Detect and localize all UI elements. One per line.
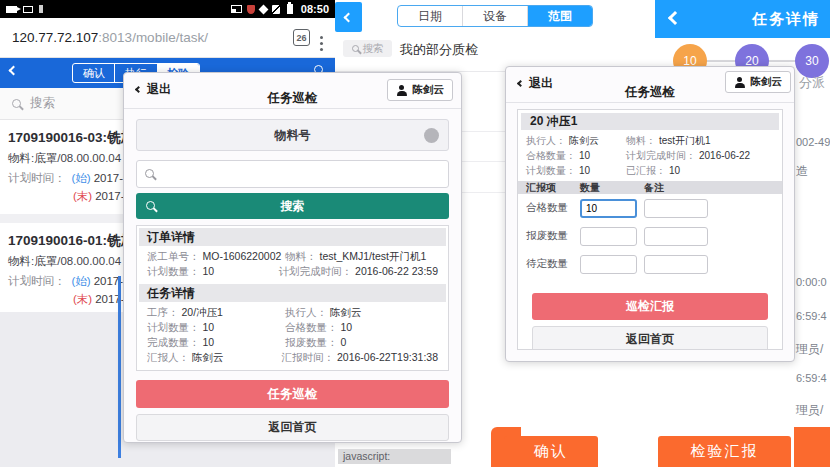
back-button[interactable] <box>335 2 362 32</box>
task-row: 工序：20/冲压1 执行人：陈剑云 <box>137 305 448 320</box>
screenshot-icon <box>23 6 33 13</box>
android-status-bar: 08:50 <box>0 0 335 18</box>
task-inspection-button[interactable]: 任务巡检 <box>136 380 449 408</box>
end-tag: (末) <box>73 293 92 305</box>
task-row: 计划数量：10 合格数量：10 <box>137 320 448 335</box>
search-placeholder: 搜索 <box>30 95 55 112</box>
report-panel: 20 冲压1 执行人：陈剑云 物料：test开门机1 合格数量：10 计划完成时… <box>517 109 783 350</box>
browser-url-bar[interactable]: 120.77.72.107:8013/mobile/task/ 26 <box>0 18 335 58</box>
clipped-text: 造 <box>796 163 808 180</box>
scrap-note-input[interactable] <box>644 227 708 246</box>
link-status-tooltip: javascript: <box>338 449 451 464</box>
pending-qty-input[interactable] <box>580 255 637 274</box>
tab-count-button[interactable]: 26 <box>293 29 310 46</box>
segment-range[interactable]: 范围 <box>528 6 592 26</box>
status-right-icons: 08:50 <box>231 3 329 15</box>
search-icon <box>352 45 359 52</box>
qualified-qty-input[interactable] <box>580 199 637 218</box>
order-details-title: 订单详情 <box>139 228 446 246</box>
segment-date[interactable]: 日期 <box>398 6 463 26</box>
person-icon <box>396 85 408 96</box>
usb-icon <box>39 5 43 13</box>
report-row-pending: 待定数量 <box>518 250 782 278</box>
search-icon <box>145 169 154 178</box>
pending-note-input[interactable] <box>644 255 708 274</box>
inspection-report-button[interactable]: 检验汇报 <box>658 436 791 467</box>
search-icon <box>12 99 21 108</box>
order-row: 计划数量：10 计划完成时间：2016-06-22 23:59 <box>137 264 448 279</box>
dialog-body: 物料号 搜索 订单详情 派工单号：MO-1606220002 物料：test_K… <box>124 109 461 441</box>
report-table-header: 汇报项 数量 备注 <box>518 181 782 194</box>
clipped-footer-button[interactable] <box>794 427 830 467</box>
clipped-text: 0:00:0 <box>796 276 827 288</box>
task-row: 完成数量：10 报废数量：0 <box>137 335 448 350</box>
inspection-report-dialog: 退出 任务巡检 陈剑云 20 冲压1 执行人：陈剑云 物料：test开门机1 合… <box>505 66 795 362</box>
task-details-title: 任务详情 <box>139 284 446 302</box>
report-row-scrap: 报废数量 <box>518 222 782 250</box>
screen-edge-line <box>118 276 121 458</box>
operation-title: 20 冲压1 <box>521 113 779 130</box>
current-filter-label: 我的部分质检 <box>400 41 478 59</box>
clipped-text: 002-49 <box>796 136 830 148</box>
current-user-button[interactable]: 陈剑云 <box>387 79 454 101</box>
search-icon <box>146 201 155 210</box>
clipped-text: 6:59:4 <box>796 372 827 384</box>
task-row: 汇报人：陈剑云 汇报时间：2016-06-22T19:31:38 <box>137 350 448 365</box>
start-tag: (始) <box>72 172 91 184</box>
start-tag: (始) <box>72 275 91 287</box>
back-icon[interactable] <box>9 66 19 76</box>
clipped-text: 理员/ <box>796 402 823 419</box>
status-dot-icon <box>424 128 439 143</box>
no-sim-icon <box>272 5 280 14</box>
filter-segment-control: 日期 设备 范围 <box>397 5 593 27</box>
current-user-button[interactable]: 陈剑云 <box>725 71 792 93</box>
step-circle-30: 30 <box>795 44 829 78</box>
dialog-header: 退出 任务巡检 陈剑云 <box>124 73 461 109</box>
details-panel: 订单详情 派工单号：MO-1606220002 物料：test_KMJ1/tes… <box>136 225 449 371</box>
url-host: 120.77.72.107 <box>12 30 98 45</box>
end-tag: (末) <box>73 190 92 202</box>
tab-confirm[interactable]: 确认 <box>73 64 115 82</box>
qualified-note-input[interactable] <box>644 199 708 218</box>
info-row: 计划数量：10 已汇报：10 <box>518 163 782 178</box>
screenshot-root: 08:50 120.77.72.107:8013/mobile/task/ 26… <box>0 0 830 467</box>
confirm-button[interactable]: 确认 <box>504 436 598 467</box>
status-left-icons <box>6 5 43 13</box>
page-title: 任务详情 <box>752 10 820 29</box>
cast-icon <box>231 5 242 13</box>
return-home-button[interactable]: 返回首页 <box>532 326 768 350</box>
step-caption: 分派 <box>799 74 825 92</box>
search-button[interactable]: 搜索 <box>136 193 449 219</box>
inspection-report-button[interactable]: 巡检汇报 <box>532 293 768 320</box>
browser-menu-icon[interactable] <box>320 36 323 39</box>
report-row-qualified: 合格数量 <box>518 194 782 222</box>
task-detail-header: 任务详情 <box>655 0 830 38</box>
dialog-header: 退出 任务巡检 陈剑云 <box>506 67 794 103</box>
material-search-input[interactable] <box>136 160 449 188</box>
clock: 08:50 <box>301 3 329 15</box>
material-number-button[interactable]: 物料号 <box>136 119 449 151</box>
back-icon <box>344 12 354 22</box>
url-path: :8013/mobile/task/ <box>98 30 208 45</box>
scrap-qty-input[interactable] <box>580 227 637 246</box>
material-search-field <box>136 160 449 188</box>
return-home-button[interactable]: 返回首页 <box>136 414 449 441</box>
shield-icon <box>247 5 255 14</box>
person-icon <box>734 77 746 88</box>
info-row: 合格数量：10 计划完成时间：2016-06-22 <box>518 148 782 163</box>
battery-icon <box>287 4 293 14</box>
search-button[interactable]: 搜索 <box>343 40 392 57</box>
video-camera-icon <box>6 6 17 13</box>
url-text[interactable]: 120.77.72.107:8013/mobile/task/ <box>12 30 289 45</box>
clipped-text: 6:59:4 <box>796 310 827 322</box>
info-row: 执行人：陈剑云 物料：test开门机1 <box>518 133 782 148</box>
task-inspection-dialog: 退出 任务巡检 陈剑云 物料号 搜索 订单详情 派工单号：MO-16062200… <box>123 72 462 443</box>
order-row: 派工单号：MO-1606220002 物料：test_KMJ1/test开门机1 <box>137 249 448 264</box>
segment-device[interactable]: 设备 <box>463 6 528 26</box>
clipped-text: 理员/ <box>796 341 823 358</box>
back-icon[interactable] <box>668 11 682 25</box>
vpn-icon <box>258 4 268 14</box>
